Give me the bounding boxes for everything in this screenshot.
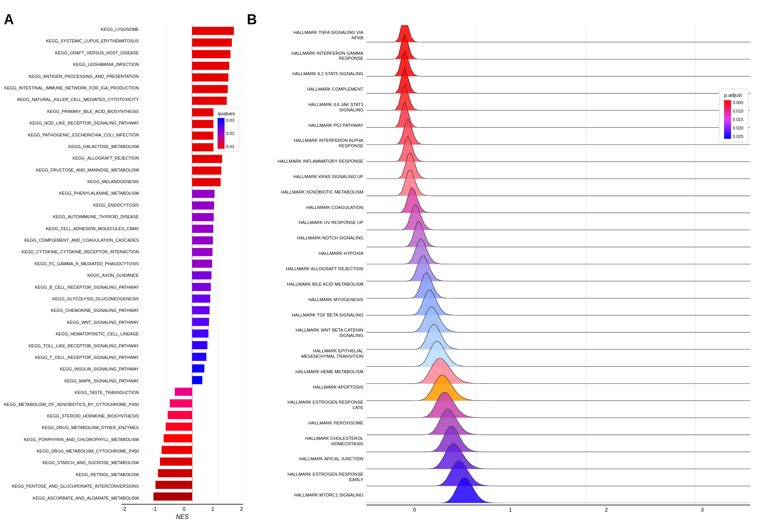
bar-label: KEGG_INTESTINAL_IMMUNE_NETWORK_FOR_IGA_P… <box>4 84 139 92</box>
ridge-label: HALLMARK TGF BETA SIGNALING <box>255 313 363 318</box>
ridge-label: HALLMARK EPITHELIAL MESENCHYMAL TRANSITI… <box>255 348 363 359</box>
bar-label: KEGG_RETINOL_METABOLISM <box>4 470 139 479</box>
ridge-label: HALLMARK ESTROGEN RESPONSE EARLY <box>255 472 363 483</box>
bar-label: KEGG_ANTIGEN_PROCESSING_AND_PRESENTATION <box>4 72 139 81</box>
legend-b-gradient <box>724 100 731 139</box>
bar-label: KEGG_ENDOCYTOSIS <box>4 201 139 209</box>
ridge-label: HALLMARK P53 PATHWAY <box>255 123 363 128</box>
legend-b-tick: 0.015 <box>733 117 743 122</box>
ridge-label: HALLMARK PEROXISOME <box>255 421 363 426</box>
ridge-fill <box>366 187 750 213</box>
x-tick: -2 <box>122 506 126 512</box>
ridge-labels: HALLMARK TNFA SIGNALING VIA NFKBHALLMARK… <box>255 25 366 503</box>
ridge-label: HALLMARK KRAS SIGNALING UP <box>255 174 363 180</box>
bar-rect <box>164 434 192 442</box>
ridge-outline <box>366 170 750 195</box>
bar-rect <box>192 259 212 268</box>
ridge-svg <box>366 25 750 503</box>
bar-label: KEGG_HEMATOPOIETIC_CELL_LINEAGE <box>4 330 139 338</box>
ridge-fill <box>366 51 750 76</box>
bar-label: KEGG_AUTOIMMUNE_THYROID_DISEASE <box>4 212 139 221</box>
ridge-fill <box>366 409 750 434</box>
bar-label: KEGG_GRAFT_VERSUS_HOST_DISEASE <box>4 49 139 57</box>
bar-rect <box>192 178 221 186</box>
ridge-label: HALLMARK APOPTOSIS <box>255 385 363 390</box>
bar-rect <box>192 213 214 221</box>
ridge-fill <box>366 25 750 42</box>
bar-label: KEGG_INSULIN_SIGNALING_PATHWAY <box>4 365 139 373</box>
bar-label: KEGG_TOLL_LIKE_RECEPTOR_SIGNALING_PATHWA… <box>4 342 139 350</box>
bar-label: KEGG_PATHOGENIC_ESCHERICHIA_COLI_INFECTI… <box>4 131 139 139</box>
bar-label: KEGG_DRUG_METABOLISM_OTHER_ENZYMES <box>4 423 139 432</box>
legend-b-tick: 0.025 <box>733 134 743 139</box>
x-axis-ticks-b: 0 1 2 3 <box>366 505 750 513</box>
bar-rect <box>192 97 227 105</box>
legend-b-gradient-wrap: 0.005 0.010 0.015 0.020 0.025 <box>724 100 743 139</box>
bar-label: KEGG_ALLOGRAFT_REJECTION <box>4 154 139 162</box>
bar-label: KEGG_SYSTEMIC_LUPUS_ERYTHEMATOSUS <box>4 37 139 45</box>
x-tick-b: 1 <box>509 507 512 513</box>
bar-label: KEGG_NATURAL_KILLER_CELL_MEDIATED_CYTOTO… <box>4 95 139 104</box>
ridge-fill <box>366 170 750 195</box>
legend-b-tick: 0.020 <box>733 126 743 130</box>
bar-rect <box>160 458 192 466</box>
ridge-label: HALLMARK XENOBIOTIC METABOLISM <box>255 190 363 195</box>
bar-label: KEGG_PORPHYRIN_AND_CHLOROPHYLL_METABOLIS… <box>4 435 139 444</box>
ridge-outline <box>366 409 750 434</box>
ridge-outline <box>366 187 750 213</box>
ridge-outline <box>366 25 750 42</box>
panel-a-label: A <box>4 12 14 28</box>
bar-label: KEGG_FC_GAMMA_R_MEDIATED_PHAGOCYTOSIS <box>4 259 139 268</box>
bar-rect <box>192 155 222 163</box>
ridge-label: HALLMARK COMPLEMENT <box>255 87 363 92</box>
bar-rect <box>192 39 232 47</box>
ridge-label: HALLMARK MTORC1 SIGNALING <box>255 493 363 498</box>
ridge-label: HALLMARK NOTCH SIGNALING <box>255 236 363 241</box>
legend-a-title: qvalues <box>218 111 235 116</box>
ridge-outline <box>366 478 750 503</box>
bar-label: KEGG_LYSOSOME <box>4 25 139 34</box>
ridge-label: HALLMARK MYOGENESIS <box>255 297 363 303</box>
ridge-outline <box>366 153 750 178</box>
ridge-outline <box>366 102 750 127</box>
ridge-label: HALLMARK IL2 STAT5 SIGNALING <box>255 71 363 77</box>
x-tick-b: 0 <box>413 507 416 513</box>
legend-b-title: p.adjust <box>724 92 743 98</box>
ridge-outline <box>366 426 750 452</box>
x-axis-ticks-a: -2 -1 0 1 2 <box>122 505 243 512</box>
legend-tick: 0.01 <box>226 144 234 149</box>
ridge-label: HALLMARK APICAL JUNCTION <box>255 456 363 462</box>
bar-labels: KEGG_LYSOSOMEKEGG_SYSTEMIC_LUPUS_ERYTHEM… <box>4 25 141 502</box>
ridge-label: HALLMARK INTERFERON ALPHA RESPONSE <box>255 138 363 149</box>
ridge-label: HALLMARK COAGULATION <box>255 205 363 210</box>
ridge-fill <box>366 34 750 59</box>
bar-rect <box>192 318 209 326</box>
ridge-fill <box>366 375 750 401</box>
ridge-outline <box>366 85 750 110</box>
ridge-outline <box>366 51 750 76</box>
bar-rect <box>192 27 234 35</box>
legend-b-tick: 0.010 <box>733 109 743 113</box>
bar-rect <box>192 50 230 58</box>
bar-label: KEGG_MELANOGENESIS <box>4 177 139 186</box>
bar-rect <box>192 283 211 291</box>
ridge-outline <box>366 460 750 486</box>
x-tick: 2 <box>240 506 243 512</box>
bar-label: KEGG_MAPK_SIGNALING_PATHWAY <box>4 377 139 385</box>
legend-a: qvalues 0.03 0.02 0.01 <box>213 108 239 152</box>
bar-label: KEGG_CELL_ADHESION_MOLECULES_CAMS <box>4 224 139 233</box>
bar-rect <box>155 481 192 489</box>
bar-rect <box>192 236 213 244</box>
bar-label: KEGG_PENTOSE_AND_GLUCURONATE_INTERCONVER… <box>4 482 139 490</box>
bar-label: KEGG_COMPLEMENT_AND_COAGULATION_CASCADES <box>4 236 139 244</box>
ridge-outline <box>366 34 750 59</box>
bar-label: KEGG_STARCH_AND_SUCROSE_METABOLISM <box>4 458 139 467</box>
ridge-label: HALLMARK TNFA SIGNALING VIA NFKB <box>255 30 363 41</box>
ridge-fill <box>366 153 750 178</box>
ridge-fill <box>366 443 750 469</box>
legend-tick: 0.02 <box>226 131 234 136</box>
ridge-fill <box>366 392 750 418</box>
bar-label: KEGG_PHENYLALANINE_METABOLISM <box>4 189 139 197</box>
bar-label: KEGG_DRUG_METABOLISM_CYTOCHROME_P450 <box>4 447 139 455</box>
bar-rect <box>192 330 208 338</box>
